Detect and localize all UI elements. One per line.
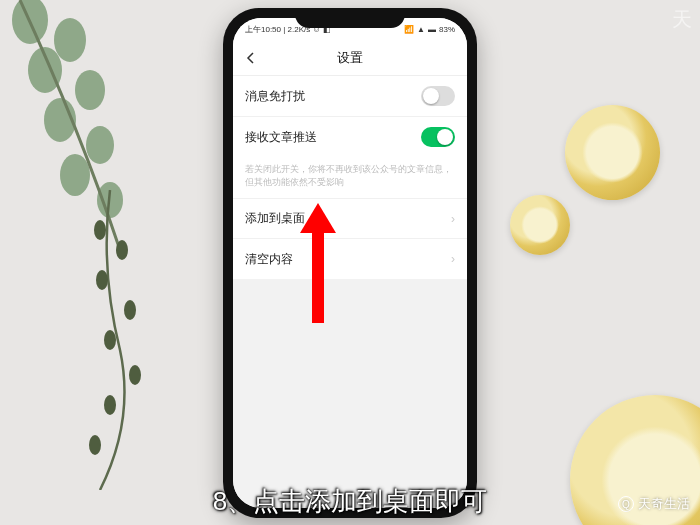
decor-vine-bottom: [40, 190, 180, 490]
svg-point-3: [75, 70, 105, 110]
phone-notch: [295, 8, 405, 28]
svg-point-14: [104, 395, 116, 415]
row-add-to-home[interactable]: 添加到桌面 ›: [233, 199, 467, 239]
svg-point-9: [116, 240, 128, 260]
svg-point-6: [60, 154, 90, 196]
phone-frame: 上午10:50 | 2.2K/s ☺ ◧ 📶 ▲ ▬ 83% 设置 消息免打扰: [223, 8, 477, 518]
row-label: 添加到桌面: [245, 210, 305, 227]
row-dnd[interactable]: 消息免打扰: [233, 76, 467, 117]
status-indicators: 📶 ▲ ▬ 83%: [404, 25, 455, 34]
row-label: 消息免打扰: [245, 88, 305, 105]
watermark-bottom-right: Q 天奇生活: [618, 495, 690, 513]
nav-bar: 设置: [233, 40, 467, 76]
chevron-left-icon: [245, 52, 257, 64]
row-push[interactable]: 接收文章推送: [233, 117, 467, 157]
svg-point-12: [104, 330, 116, 350]
svg-point-11: [124, 300, 136, 320]
row-clear[interactable]: 清空内容 ›: [233, 239, 467, 279]
svg-point-15: [89, 435, 101, 455]
annotation-arrow: [298, 199, 338, 323]
watermark-top-right: 天: [672, 6, 692, 33]
svg-point-10: [96, 270, 108, 290]
svg-point-7: [97, 182, 123, 218]
settings-content: 消息免打扰 接收文章推送 若关闭此开关，你将不再收到该公众号的文章信息，但其他功…: [233, 76, 467, 508]
decor-eucalyptus-top: [0, 0, 150, 270]
settings-group: 消息免打扰 接收文章推送 若关闭此开关，你将不再收到该公众号的文章信息，但其他功…: [233, 76, 467, 279]
svg-point-2: [28, 47, 62, 93]
chevron-right-icon: ›: [451, 212, 455, 226]
back-button[interactable]: [241, 48, 261, 68]
decor-citrus-2: [510, 195, 570, 255]
svg-point-4: [44, 98, 76, 142]
signal-icon: 📶: [404, 25, 414, 34]
svg-point-1: [54, 18, 86, 62]
push-hint: 若关闭此开关，你将不再收到该公众号的文章信息，但其他功能依然不受影响: [233, 157, 467, 199]
watermark-logo-icon: Q: [618, 496, 634, 512]
row-label: 清空内容: [245, 251, 293, 268]
svg-point-5: [86, 126, 114, 164]
battery-percent: 83%: [439, 25, 455, 34]
svg-point-13: [129, 365, 141, 385]
svg-point-0: [12, 0, 48, 44]
toggle-push[interactable]: [421, 127, 455, 147]
decor-citrus-1: [565, 105, 660, 200]
wifi-icon: ▲: [417, 25, 425, 34]
battery-icon: ▬: [428, 25, 436, 34]
page-title: 设置: [337, 49, 363, 67]
phone-screen: 上午10:50 | 2.2K/s ☺ ◧ 📶 ▲ ▬ 83% 设置 消息免打扰: [233, 18, 467, 508]
svg-point-8: [94, 220, 106, 240]
watermark-text: 天奇生活: [638, 495, 690, 513]
step-caption: 8、点击添加到桌面即可: [0, 484, 700, 519]
toggle-dnd[interactable]: [421, 86, 455, 106]
row-label: 接收文章推送: [245, 129, 317, 146]
chevron-right-icon: ›: [451, 252, 455, 266]
